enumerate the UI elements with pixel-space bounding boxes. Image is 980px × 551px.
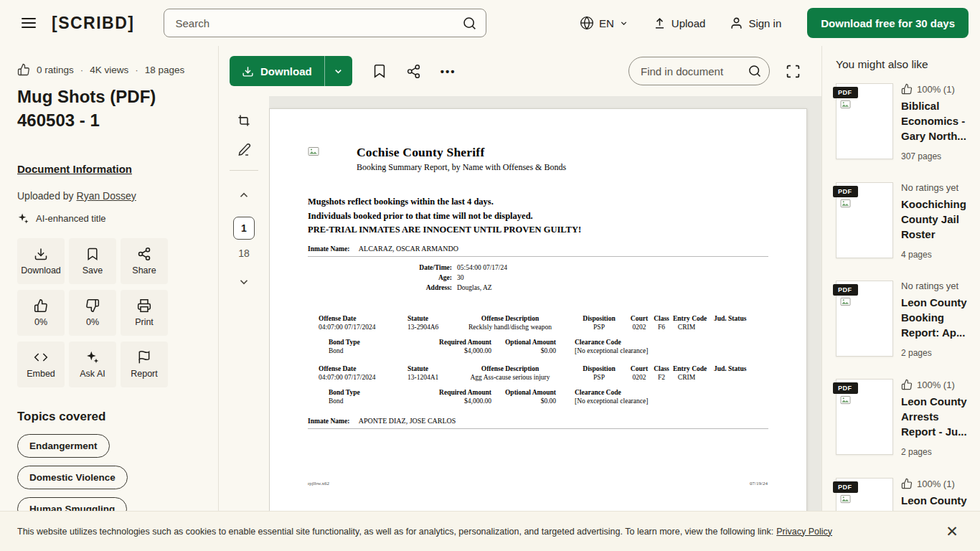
download-options-caret[interactable] xyxy=(325,56,352,86)
language-selector[interactable]: EN xyxy=(580,16,628,30)
sparkles-icon xyxy=(17,212,29,225)
ai-enhanced-badge: AI-enhanced title xyxy=(17,212,201,225)
recommended-document-card[interactable]: PDF 100% (1) Biblical Economics - Gary N… xyxy=(836,83,969,161)
share-action[interactable]: Share xyxy=(121,238,168,284)
globe-icon xyxy=(580,16,594,30)
pages-count: 18 pages xyxy=(145,65,185,75)
report-action[interactable]: Report xyxy=(121,342,168,387)
viewer-toolbar: Download ••• xyxy=(219,46,821,96)
navbar-right: EN Upload Sign in Download free for 30 d… xyxy=(580,8,969,38)
document-thumbnail[interactable]: PDF xyxy=(836,83,893,159)
pdf-badge: PDF xyxy=(833,382,858,394)
select-tool-icon[interactable] xyxy=(230,106,258,135)
find-in-document[interactable] xyxy=(628,57,770,85)
ask-ai-action[interactable]: Ask AI xyxy=(69,342,116,387)
inmate-name: ALCARAZ, OSCAR ARMANDO xyxy=(359,245,458,253)
save-action[interactable]: Save xyxy=(69,238,116,284)
scribd-logo[interactable]: [SCRIBD] xyxy=(52,14,135,33)
next-page-icon[interactable] xyxy=(230,268,258,296)
uploaded-by: Uploaded by Ryan Dossey xyxy=(17,190,201,202)
recommended-document-card[interactable]: PDF No ratings yet Leon County Booking R… xyxy=(836,281,969,358)
report-agency: Cochise County Sheriff xyxy=(357,145,768,160)
broken-image-icon xyxy=(840,494,851,504)
bond-table: Bond Type Required Amount Optional Amoun… xyxy=(329,338,768,355)
offense-row: 04:07:00 07/17/2024 13-1204A1 Agg Ass-ca… xyxy=(319,373,768,382)
annotate-pencil-icon[interactable] xyxy=(230,135,258,164)
recommended-document-card[interactable]: PDF No ratings yet Koochiching County Ja… xyxy=(836,182,969,260)
bond-row: Bond $4,000.00 $0.00 [No exceptional cle… xyxy=(329,347,768,355)
total-pages-label: 18 xyxy=(238,248,250,259)
find-search-icon[interactable] xyxy=(748,64,762,78)
topic-chip[interactable]: Endangerment xyxy=(17,434,110,458)
upload-label: Upload xyxy=(672,17,706,29)
recommended-title[interactable]: Koochiching County Jail Roster xyxy=(901,197,969,242)
save-bookmark-icon[interactable] xyxy=(365,57,394,85)
recommendations-heading: You might also like xyxy=(836,58,969,71)
search-input[interactable] xyxy=(176,17,462,29)
recommended-title[interactable]: Biblical Economics - Gary North... xyxy=(901,98,969,143)
page-title: Mug Shots (PDF) 460503 - 1 xyxy=(17,85,201,133)
print-action[interactable]: Print xyxy=(121,290,168,336)
recommended-pages: 4 pages xyxy=(901,250,969,260)
current-page-input[interactable] xyxy=(233,217,255,240)
offense-table: Offense Date Statute Offense Description… xyxy=(319,364,768,382)
language-label: EN xyxy=(599,17,614,29)
person-icon xyxy=(730,17,743,30)
previous-page-icon[interactable] xyxy=(230,181,258,209)
rating-label: 100% (1) xyxy=(917,479,955,489)
embed-action[interactable]: Embed xyxy=(17,342,65,387)
recommended-document-card[interactable]: PDF 100% (1) Leon County Arrests Report … xyxy=(836,379,969,457)
rail-divider xyxy=(230,170,258,171)
document-info-sidebar: 0 ratings · 4K views · 18 pages Mug Shot… xyxy=(0,46,219,551)
topic-chip[interactable]: Domestic Violence xyxy=(17,466,128,489)
close-icon[interactable]: ✕ xyxy=(940,519,964,544)
recommended-pages: 2 pages xyxy=(901,348,969,358)
thumb-up-icon xyxy=(901,478,913,489)
global-search[interactable] xyxy=(164,9,486,37)
download-free-trial-button[interactable]: Download free for 30 days xyxy=(807,8,969,38)
upload-button[interactable]: Upload xyxy=(653,17,706,30)
pdf-badge: PDF xyxy=(833,481,858,493)
download-icon xyxy=(242,65,254,77)
page-footer: rpjlbw.x62 07/19/24 xyxy=(308,481,768,486)
bond-table: Bond Type Required Amount Optional Amoun… xyxy=(329,388,768,405)
topics-heading: Topics covered xyxy=(17,410,201,424)
recommended-pages: 2 pages xyxy=(901,447,969,457)
document-information-link[interactable]: Document Information xyxy=(17,163,132,175)
privacy-policy-link[interactable]: Privacy Policy xyxy=(776,527,832,537)
document-stats: 0 ratings · 4K views · 18 pages xyxy=(17,63,201,76)
document-thumbnail[interactable]: PDF xyxy=(836,182,893,258)
signin-label: Sign in xyxy=(748,17,781,29)
document-thumbnail[interactable]: PDF xyxy=(836,379,893,455)
chevron-down-icon xyxy=(619,19,628,28)
download-button[interactable]: Download xyxy=(230,56,325,86)
recommended-title[interactable]: Leon County Booking Report: Ap... xyxy=(901,295,969,340)
download-split-button[interactable]: Download xyxy=(230,56,352,86)
download-action[interactable]: Download xyxy=(17,238,65,284)
cookie-banner: This website utilizes technologies such … xyxy=(0,511,980,551)
more-options-icon[interactable]: ••• xyxy=(434,57,463,85)
broken-image-icon xyxy=(840,100,851,109)
share-icon[interactable] xyxy=(400,57,428,85)
downvote-action[interactable]: 0% xyxy=(69,290,116,336)
upload-icon xyxy=(653,17,666,30)
fullscreen-icon[interactable] xyxy=(778,57,807,85)
search-icon[interactable] xyxy=(462,16,477,31)
inmate-name-row: Inmate Name: APONTE DIAZ, JOSE CARLOS xyxy=(308,417,768,429)
signin-button[interactable]: Sign in xyxy=(730,17,781,30)
uploader-link[interactable]: Ryan Dossey xyxy=(77,190,136,202)
pdf-badge: PDF xyxy=(833,186,858,197)
thumb-up-icon xyxy=(901,83,913,95)
thumb-up-icon xyxy=(17,63,30,76)
document-canvas: Cochise County Sheriff Booking Summary R… xyxy=(269,96,821,551)
broken-image-icon xyxy=(840,395,851,405)
recommended-title[interactable]: Leon County Arrests Report - Ju... xyxy=(901,394,969,439)
find-input[interactable] xyxy=(641,65,748,77)
recommended-pages: 307 pages xyxy=(901,151,969,161)
document-thumbnail[interactable]: PDF xyxy=(836,281,893,357)
pdf-badge: PDF xyxy=(833,87,858,98)
hamburger-menu-icon[interactable] xyxy=(14,9,43,37)
upvote-action[interactable]: 0% xyxy=(17,290,65,336)
report-notices: Mugshots reflect bookings within the las… xyxy=(308,195,768,237)
inmate-name: APONTE DIAZ, JOSE CARLOS xyxy=(359,417,456,425)
